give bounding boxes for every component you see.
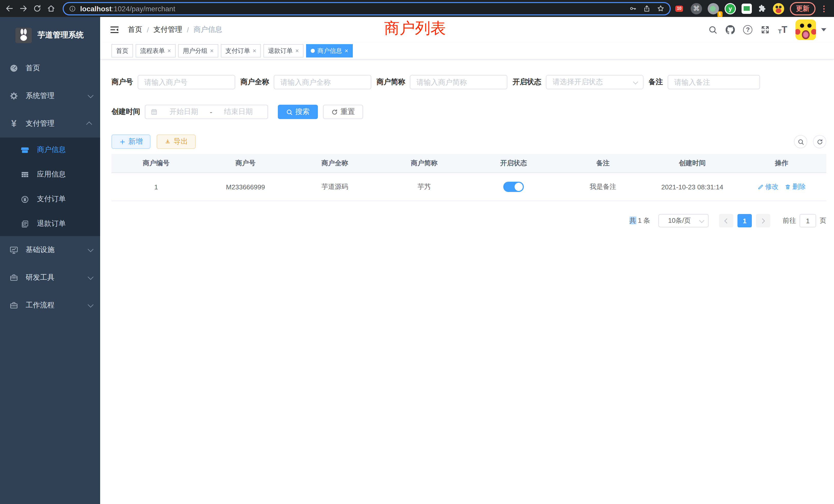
extension-chat-icon[interactable]: [742, 3, 752, 14]
total-highlight: 共: [629, 216, 636, 224]
add-button-label: 新增: [128, 137, 143, 146]
close-icon[interactable]: ×: [295, 48, 299, 54]
total-rest: 1 条: [636, 216, 650, 224]
password-key-icon[interactable]: [629, 5, 637, 12]
extension-emoji-icon[interactable]: [773, 3, 784, 14]
address-bar[interactable]: localhost:1024/pay/merchant: [63, 2, 671, 15]
short-name-input[interactable]: [410, 75, 507, 89]
cell-remark: 我是备注: [558, 182, 648, 191]
url-text: localhost:1024/pay/merchant: [80, 4, 625, 13]
tab-refund-order[interactable]: 退款订单×: [263, 44, 304, 58]
chevron-down-icon: [88, 274, 94, 280]
documents-icon: [20, 220, 30, 228]
page-number-1[interactable]: 1: [738, 214, 752, 227]
sidebar-item-system[interactable]: 系统管理: [0, 82, 100, 110]
chevron-up-icon: [86, 122, 92, 128]
add-button[interactable]: 新增: [111, 135, 151, 149]
annotation-title: 商户列表: [384, 18, 446, 39]
header-search-icon[interactable]: [708, 25, 718, 35]
close-icon[interactable]: ×: [345, 48, 348, 54]
sidebar-item-app-info[interactable]: 应用信息: [0, 162, 100, 187]
site-info-icon[interactable]: [69, 5, 76, 12]
tab-home[interactable]: 首页: [111, 44, 133, 58]
avatar-caret-icon[interactable]: [821, 28, 826, 31]
tab-label: 流程表单: [140, 46, 165, 55]
extension-y-icon[interactable]: y: [725, 3, 736, 14]
navbar-actions: ? TT: [708, 20, 826, 40]
sidebar-item-pay[interactable]: ¥ 支付管理: [0, 110, 100, 138]
bookmark-star-icon[interactable]: [657, 5, 664, 12]
app-logo-row[interactable]: 芋道管理系统: [0, 17, 100, 47]
tab-pay-order[interactable]: 支付订单×: [221, 44, 261, 58]
sidebar-collapse-icon[interactable]: [109, 25, 120, 35]
page-size-select[interactable]: 10条/页: [658, 214, 709, 227]
github-icon[interactable]: [726, 25, 735, 35]
create-time-range-picker[interactable]: 开始日期 - 结束日期: [145, 105, 268, 119]
column-header: 创建时间: [648, 159, 737, 168]
close-icon[interactable]: ×: [168, 48, 171, 54]
sidebar-item-dev-tools[interactable]: 研发工具: [0, 264, 100, 292]
user-avatar[interactable]: [795, 20, 816, 40]
goto-page-input[interactable]: [799, 214, 816, 227]
edit-link[interactable]: 修改: [758, 182, 778, 191]
date-range-separator: -: [208, 108, 214, 116]
status-toggle[interactable]: [503, 182, 524, 192]
sidebar-item-refund-order[interactable]: 退款订单: [0, 211, 100, 236]
extensions-area: 10 ⌘ 1 y: [679, 3, 784, 14]
short-name-label: 商户简称: [376, 77, 405, 87]
show-search-toggle-button[interactable]: [794, 135, 807, 148]
breadcrumb-home[interactable]: 首页: [128, 25, 142, 35]
browser-home-icon[interactable]: [46, 3, 56, 14]
sidebar-item-infrastructure[interactable]: 基础设施: [0, 236, 100, 264]
export-button[interactable]: 导出: [157, 135, 196, 149]
status-select[interactable]: 请选择开启状态: [546, 75, 643, 89]
chevron-down-icon: [699, 218, 704, 223]
help-icon[interactable]: ?: [743, 25, 753, 35]
export-button-label: 导出: [174, 137, 188, 146]
column-header: 商户简称: [379, 159, 469, 168]
full-name-label: 商户全称: [240, 77, 269, 87]
merchant-no-input[interactable]: [138, 75, 235, 89]
extension-command-icon[interactable]: ⌘: [691, 3, 702, 14]
sidebar-item-pay-order[interactable]: 支付订单: [0, 187, 100, 211]
delete-link-label: 删除: [792, 182, 806, 191]
browser-menu-icon[interactable]: ⋮: [819, 4, 829, 13]
close-icon[interactable]: ×: [253, 48, 256, 54]
tab-merchant-info[interactable]: 商户信息×: [306, 44, 353, 58]
remark-input[interactable]: [667, 75, 760, 89]
extension-recorder-icon[interactable]: 1: [708, 3, 719, 14]
reset-button[interactable]: 重置: [323, 105, 363, 119]
tab-process-form[interactable]: 流程表单×: [136, 44, 176, 58]
sidebar-item-home[interactable]: 首页: [0, 54, 100, 82]
sidebar-item-workflow[interactable]: 工作流程: [0, 292, 100, 319]
delete-link[interactable]: 删除: [785, 182, 806, 191]
next-page-button[interactable]: [756, 214, 770, 227]
extensions-puzzle-icon[interactable]: [758, 4, 767, 13]
breadcrumb-pay[interactable]: 支付管理: [154, 25, 182, 35]
full-name-input[interactable]: [274, 75, 371, 89]
fullscreen-icon[interactable]: [761, 25, 770, 35]
monitor-chart-icon: [9, 245, 19, 255]
browser-back-icon[interactable]: [4, 3, 14, 14]
breadcrumb-separator: /: [147, 26, 149, 34]
sidebar-item-label: 退款订单: [37, 219, 66, 228]
yen-icon: ¥: [9, 119, 19, 128]
sidebar-item-label: 系统管理: [26, 91, 54, 100]
refresh-table-button[interactable]: [813, 135, 826, 148]
close-icon[interactable]: ×: [210, 48, 214, 54]
active-dot: [311, 49, 315, 53]
cell-merchant-no: M233666999: [201, 183, 290, 191]
status-label: 开启状态: [512, 77, 541, 87]
browser-reload-icon[interactable]: [32, 3, 42, 14]
prev-page-button[interactable]: [719, 214, 733, 227]
toolbox-icon: [9, 273, 19, 282]
share-icon[interactable]: [643, 5, 651, 12]
sidebar-item-merchant-info[interactable]: 商户信息: [0, 138, 100, 162]
tab-user-group[interactable]: 用户分组×: [178, 44, 218, 58]
browser-toolbar: localhost:1024/pay/merchant 10 ⌘ 1 y: [0, 0, 834, 17]
browser-forward-icon[interactable]: [18, 3, 28, 14]
font-size-icon[interactable]: TT: [778, 25, 787, 35]
remark-label: 备注: [649, 77, 663, 87]
search-button[interactable]: 搜索: [278, 105, 318, 119]
browser-update-button[interactable]: 更新: [790, 2, 815, 15]
